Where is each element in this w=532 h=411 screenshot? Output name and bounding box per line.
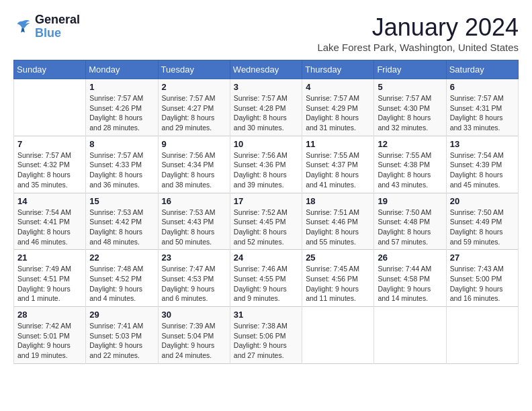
day-content: Sunrise: 7:45 AMSunset: 4:56 PMDaylight:… [306,264,370,304]
day-content: Sunrise: 7:51 AMSunset: 4:46 PMDaylight:… [306,208,370,247]
day-number: 16 [162,196,226,206]
day-number: 23 [162,253,226,263]
day-number: 19 [378,196,442,206]
day-number: 8 [89,139,154,149]
calendar-week-row: 28Sunrise: 7:42 AMSunset: 5:01 PMDayligh… [14,307,519,364]
day-content: Sunrise: 7:50 AMSunset: 4:49 PMDaylight:… [450,208,515,247]
day-content: Sunrise: 7:44 AMSunset: 4:58 PMDaylight:… [378,264,442,304]
calendar-cell [446,307,518,364]
day-content: Sunrise: 7:57 AMSunset: 4:26 PMDaylight:… [89,93,154,133]
weekday-header: Tuesday [158,60,230,79]
day-number: 28 [17,310,82,320]
day-number: 18 [306,196,370,206]
day-number: 29 [89,310,154,320]
calendar-cell: 10Sunrise: 7:56 AMSunset: 4:36 PMDayligh… [230,136,302,193]
day-content: Sunrise: 7:38 AMSunset: 5:06 PMDaylight:… [234,321,298,361]
calendar-cell: 20Sunrise: 7:50 AMSunset: 4:49 PMDayligh… [446,193,518,250]
day-number: 7 [17,139,82,149]
calendar-cell: 24Sunrise: 7:46 AMSunset: 4:55 PMDayligh… [230,250,302,307]
day-content: Sunrise: 7:41 AMSunset: 5:03 PMDaylight:… [89,321,154,361]
weekday-header: Saturday [446,60,518,79]
day-content: Sunrise: 7:52 AMSunset: 4:45 PMDaylight:… [234,208,298,247]
logo-text: GeneralBlue [35,13,80,40]
day-content: Sunrise: 7:57 AMSunset: 4:32 PMDaylight:… [17,150,82,190]
calendar-cell: 4Sunrise: 7:57 AMSunset: 4:29 PMDaylight… [302,79,374,136]
day-content: Sunrise: 7:56 AMSunset: 4:36 PMDaylight:… [234,150,298,190]
day-number: 9 [162,139,226,149]
day-number: 14 [17,196,82,206]
month-title: January 2024 [317,13,519,42]
calendar-table: SundayMondayTuesdayWednesdayThursdayFrid… [13,60,519,364]
calendar-cell: 25Sunrise: 7:45 AMSunset: 4:56 PMDayligh… [302,250,374,307]
day-number: 17 [234,196,298,206]
day-number: 20 [450,196,515,206]
weekday-header: Thursday [302,60,374,79]
calendar-cell: 3Sunrise: 7:57 AMSunset: 4:28 PMDaylight… [230,79,302,136]
day-number: 3 [234,82,298,92]
logo-icon [13,17,32,36]
calendar-cell: 8Sunrise: 7:57 AMSunset: 4:33 PMDaylight… [86,136,158,193]
day-content: Sunrise: 7:53 AMSunset: 4:42 PMDaylight:… [89,208,154,247]
calendar-cell: 16Sunrise: 7:53 AMSunset: 4:43 PMDayligh… [158,193,230,250]
calendar-cell: 22Sunrise: 7:48 AMSunset: 4:52 PMDayligh… [86,250,158,307]
logo: GeneralBlue [13,13,80,40]
calendar-cell: 17Sunrise: 7:52 AMSunset: 4:45 PMDayligh… [230,193,302,250]
day-number: 4 [306,82,370,92]
weekday-header: Monday [86,60,158,79]
day-number: 27 [450,253,515,263]
day-content: Sunrise: 7:42 AMSunset: 5:01 PMDaylight:… [17,321,82,361]
calendar-cell: 14Sunrise: 7:54 AMSunset: 4:41 PMDayligh… [14,193,86,250]
day-content: Sunrise: 7:55 AMSunset: 4:37 PMDaylight:… [306,150,370,190]
day-number: 1 [89,82,154,92]
calendar-cell: 21Sunrise: 7:49 AMSunset: 4:51 PMDayligh… [14,250,86,307]
day-number: 5 [378,82,442,92]
day-number: 10 [234,139,298,149]
day-content: Sunrise: 7:57 AMSunset: 4:31 PMDaylight:… [450,93,515,133]
day-content: Sunrise: 7:55 AMSunset: 4:38 PMDaylight:… [378,150,442,190]
calendar-week-row: 14Sunrise: 7:54 AMSunset: 4:41 PMDayligh… [14,193,519,250]
calendar-cell: 5Sunrise: 7:57 AMSunset: 4:30 PMDaylight… [374,79,446,136]
calendar-week-row: 1Sunrise: 7:57 AMSunset: 4:26 PMDaylight… [14,79,519,136]
calendar-cell: 30Sunrise: 7:39 AMSunset: 5:04 PMDayligh… [158,307,230,364]
weekday-header: Sunday [14,60,86,79]
day-content: Sunrise: 7:57 AMSunset: 4:33 PMDaylight:… [89,150,154,190]
calendar-cell: 18Sunrise: 7:51 AMSunset: 4:46 PMDayligh… [302,193,374,250]
day-number: 30 [162,310,226,320]
day-content: Sunrise: 7:39 AMSunset: 5:04 PMDaylight:… [162,321,226,361]
day-content: Sunrise: 7:54 AMSunset: 4:39 PMDaylight:… [450,150,515,190]
day-number: 25 [306,253,370,263]
calendar-cell: 2Sunrise: 7:57 AMSunset: 4:27 PMDaylight… [158,79,230,136]
day-number: 2 [162,82,226,92]
calendar-cell: 11Sunrise: 7:55 AMSunset: 4:37 PMDayligh… [302,136,374,193]
day-content: Sunrise: 7:49 AMSunset: 4:51 PMDaylight:… [17,264,82,304]
calendar-cell: 1Sunrise: 7:57 AMSunset: 4:26 PMDaylight… [86,79,158,136]
weekday-header: Wednesday [230,60,302,79]
calendar-cell [14,79,86,136]
location-title: Lake Forest Park, Washington, United Sta… [317,42,519,53]
day-number: 24 [234,253,298,263]
calendar-cell: 6Sunrise: 7:57 AMSunset: 4:31 PMDaylight… [446,79,518,136]
day-content: Sunrise: 7:53 AMSunset: 4:43 PMDaylight:… [162,208,226,247]
calendar-cell [374,307,446,364]
calendar-cell: 23Sunrise: 7:47 AMSunset: 4:53 PMDayligh… [158,250,230,307]
day-number: 21 [17,253,82,263]
calendar-cell: 19Sunrise: 7:50 AMSunset: 4:48 PMDayligh… [374,193,446,250]
calendar-cell: 26Sunrise: 7:44 AMSunset: 4:58 PMDayligh… [374,250,446,307]
day-content: Sunrise: 7:43 AMSunset: 5:00 PMDaylight:… [450,264,515,304]
page-header: GeneralBlue January 2024 Lake Forest Par… [13,13,519,53]
day-content: Sunrise: 7:46 AMSunset: 4:55 PMDaylight:… [234,264,298,304]
day-number: 6 [450,82,515,92]
calendar-cell: 29Sunrise: 7:41 AMSunset: 5:03 PMDayligh… [86,307,158,364]
day-content: Sunrise: 7:56 AMSunset: 4:34 PMDaylight:… [162,150,226,190]
day-number: 11 [306,139,370,149]
weekday-header: Friday [374,60,446,79]
day-number: 15 [89,196,154,206]
day-number: 22 [89,253,154,263]
calendar-week-row: 7Sunrise: 7:57 AMSunset: 4:32 PMDaylight… [14,136,519,193]
calendar-cell: 28Sunrise: 7:42 AMSunset: 5:01 PMDayligh… [14,307,86,364]
calendar-cell: 12Sunrise: 7:55 AMSunset: 4:38 PMDayligh… [374,136,446,193]
calendar-cell: 15Sunrise: 7:53 AMSunset: 4:42 PMDayligh… [86,193,158,250]
calendar-cell: 9Sunrise: 7:56 AMSunset: 4:34 PMDaylight… [158,136,230,193]
calendar-cell [302,307,374,364]
calendar-cell: 31Sunrise: 7:38 AMSunset: 5:06 PMDayligh… [230,307,302,364]
